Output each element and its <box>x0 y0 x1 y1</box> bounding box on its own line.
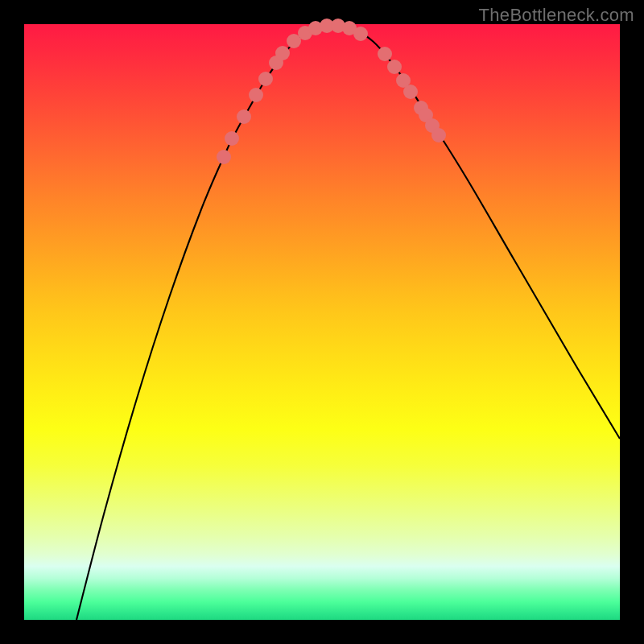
chart-frame: TheBottleneck.com <box>0 0 644 644</box>
plot-area <box>24 24 620 620</box>
watermark-text: TheBottleneck.com <box>479 5 634 26</box>
data-marker <box>387 60 402 74</box>
data-marker <box>225 131 239 146</box>
curve-svg <box>24 24 620 620</box>
data-marker <box>275 46 290 60</box>
data-marker <box>258 72 273 86</box>
marker-group <box>217 19 446 164</box>
data-marker <box>403 85 418 99</box>
data-marker <box>353 27 368 41</box>
bottleneck-curve <box>76 26 620 620</box>
data-marker <box>249 88 263 102</box>
data-marker <box>237 109 251 124</box>
data-marker <box>217 150 231 164</box>
data-marker <box>378 47 392 61</box>
data-marker <box>431 128 446 142</box>
